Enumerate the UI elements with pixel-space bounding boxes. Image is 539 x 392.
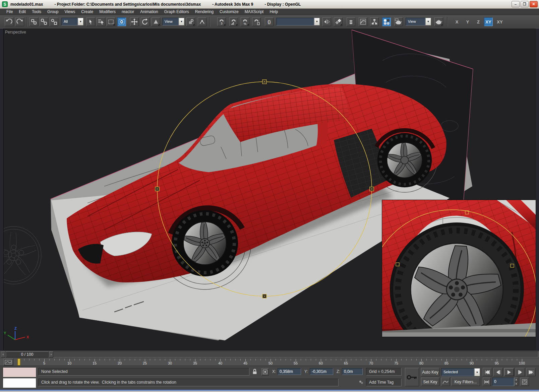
curve-editor-icon[interactable] bbox=[359, 17, 367, 26]
time-slider-bar: ‹ 0 / 100 › bbox=[0, 350, 539, 358]
bind-to-space-warp-icon[interactable] bbox=[50, 17, 58, 26]
restrict-plane-flyout-button[interactable]: XY bbox=[495, 17, 504, 26]
perspective-viewport[interactable]: 950 bbox=[3, 28, 536, 350]
time-slider-prev-icon[interactable]: ‹ bbox=[1, 351, 5, 357]
restrict-to-z-button[interactable]: Z bbox=[474, 17, 483, 26]
frame-spinner[interactable]: ▲▼ bbox=[514, 378, 518, 386]
maxscript-mini-listener-macro[interactable] bbox=[3, 367, 36, 377]
ruler-frame-number: 65 bbox=[341, 361, 351, 365]
menu-item[interactable]: Edit bbox=[16, 9, 29, 14]
schematic-view-icon[interactable] bbox=[370, 17, 379, 26]
render-setup-icon[interactable] bbox=[394, 17, 403, 26]
time-slider-track[interactable] bbox=[1, 351, 538, 357]
maxscript-mini-listener[interactable] bbox=[3, 378, 36, 388]
mirror-icon[interactable] bbox=[322, 17, 331, 26]
ruler-frame-number: 15 bbox=[89, 361, 100, 365]
select-and-manipulate-icon[interactable] bbox=[198, 17, 206, 26]
key-mode-dropdown[interactable]: Selected ▼ bbox=[441, 368, 480, 376]
material-editor-icon[interactable] bbox=[382, 17, 391, 26]
set-key-mode-toggle-button[interactable] bbox=[405, 368, 419, 386]
dropdown-arrow-icon[interactable]: ▼ bbox=[78, 18, 83, 25]
dropdown-arrow-icon[interactable]: ▼ bbox=[425, 18, 431, 25]
render-type-dropdown[interactable]: View ▼ bbox=[406, 18, 431, 25]
select-object-icon[interactable] bbox=[86, 17, 95, 26]
menu-item[interactable]: File bbox=[3, 9, 16, 14]
track-bar[interactable]: 5101520253035404550556065707580859095100 bbox=[0, 358, 539, 366]
z-coordinate-field[interactable]: 0,0m bbox=[342, 368, 363, 375]
select-by-name-icon[interactable] bbox=[97, 17, 105, 26]
play-animation-button[interactable] bbox=[504, 368, 514, 376]
rear-wheel[interactable] bbox=[377, 133, 432, 187]
menu-item[interactable]: Graph Editors bbox=[161, 9, 192, 14]
menu-item[interactable]: Group bbox=[44, 9, 61, 14]
menu-item[interactable]: Tools bbox=[29, 9, 44, 14]
menu-item[interactable]: Views bbox=[61, 9, 78, 14]
z-coordinate-label: Z: bbox=[337, 369, 340, 374]
snaps-toggle-3d-icon[interactable]: 3 bbox=[217, 17, 226, 26]
x-coordinate-field[interactable]: 0,358m bbox=[278, 368, 301, 375]
restrict-to-xy-plane-button[interactable]: XY bbox=[484, 17, 493, 26]
y-coordinate-field[interactable]: -0,301m bbox=[310, 368, 333, 375]
current-frame-marker[interactable] bbox=[17, 358, 20, 366]
spinner-snap-toggle-icon[interactable] bbox=[252, 17, 261, 26]
align-icon[interactable] bbox=[334, 17, 343, 26]
menu-item[interactable]: MAXScript bbox=[242, 9, 267, 14]
ruler-frame-number: 30 bbox=[165, 361, 175, 365]
go-to-end-button[interactable] bbox=[526, 368, 536, 376]
select-and-scale-icon[interactable] bbox=[152, 17, 160, 26]
dropdown-arrow-icon[interactable]: ▼ bbox=[474, 368, 480, 376]
menu-item[interactable]: Create bbox=[78, 9, 96, 14]
selection-lock-icon[interactable] bbox=[252, 369, 257, 375]
angle-snap-toggle-icon[interactable] bbox=[229, 17, 238, 26]
use-pivot-point-center-icon[interactable] bbox=[186, 17, 195, 26]
auto-key-button[interactable]: Auto Key bbox=[421, 368, 439, 376]
next-frame-button[interactable] bbox=[516, 368, 525, 376]
front-wheel[interactable] bbox=[172, 210, 238, 276]
menu-item[interactable]: Customize bbox=[217, 9, 242, 14]
key-step-mode-toggle[interactable] bbox=[483, 378, 491, 386]
key-filters-button[interactable]: Key Filters... bbox=[451, 378, 480, 386]
restrict-to-x-button[interactable]: X bbox=[453, 17, 461, 26]
dropdown-arrow-icon[interactable]: ▼ bbox=[179, 18, 184, 25]
unlink-selection-icon[interactable] bbox=[40, 17, 48, 26]
minimize-button[interactable]: – bbox=[512, 1, 520, 7]
menu-item[interactable]: reactor bbox=[119, 9, 137, 14]
time-slider-button[interactable]: 0 / 100 bbox=[6, 351, 49, 357]
close-button[interactable]: ✕ bbox=[530, 1, 538, 7]
prompt-line: Click and drag to rotate the view. Click… bbox=[38, 379, 339, 386]
menu-item[interactable]: Modifiers bbox=[96, 9, 119, 14]
set-key-button[interactable]: Set Key bbox=[421, 378, 439, 386]
undo-icon[interactable] bbox=[5, 17, 13, 26]
percent-snap-toggle-icon[interactable]: % bbox=[241, 17, 249, 26]
restore-button[interactable]: ❐ bbox=[521, 1, 529, 7]
previous-frame-button[interactable] bbox=[493, 368, 503, 376]
redo-icon[interactable] bbox=[15, 17, 24, 26]
default-tangent-button[interactable] bbox=[441, 378, 450, 386]
edit-named-selection-sets-icon[interactable]: {} bbox=[265, 17, 274, 26]
current-frame-field[interactable]: 0 bbox=[492, 378, 514, 386]
reference-coordinate-dropdown[interactable]: View ▼ bbox=[162, 18, 184, 25]
select-and-move-icon[interactable] bbox=[130, 17, 139, 26]
menu-item[interactable]: Rendering bbox=[192, 9, 217, 14]
open-mini-curve-editor-button[interactable] bbox=[3, 358, 13, 366]
absolute-mode-toggle-icon[interactable] bbox=[261, 368, 269, 376]
selection-filter-dropdown[interactable]: All ▼ bbox=[61, 18, 83, 25]
layer-manager-icon[interactable] bbox=[347, 17, 355, 26]
go-to-start-button[interactable] bbox=[483, 368, 492, 376]
dropdown-arrow-icon[interactable]: ▼ bbox=[314, 18, 320, 25]
rectangular-selection-region-icon[interactable] bbox=[107, 17, 115, 26]
time-configuration-button[interactable] bbox=[520, 378, 529, 386]
time-slider-next-icon[interactable]: › bbox=[49, 351, 53, 357]
select-and-link-icon[interactable] bbox=[29, 17, 38, 26]
menu-item[interactable]: Help bbox=[266, 9, 281, 14]
quick-render-icon[interactable] bbox=[434, 17, 443, 26]
menu-item[interactable]: Animation bbox=[137, 9, 161, 14]
ruler-frame-number: 45 bbox=[240, 361, 250, 365]
viewport-canvas[interactable]: 950 bbox=[4, 29, 536, 350]
window-crossing-toggle-icon[interactable] bbox=[117, 17, 126, 26]
select-and-rotate-icon[interactable] bbox=[141, 17, 149, 26]
named-selection-dropdown[interactable]: ▼ bbox=[276, 18, 320, 25]
restrict-to-y-button[interactable]: Y bbox=[463, 17, 472, 26]
svg-text:Y: Y bbox=[4, 331, 6, 335]
viewport-label[interactable]: Perspective bbox=[5, 30, 26, 35]
